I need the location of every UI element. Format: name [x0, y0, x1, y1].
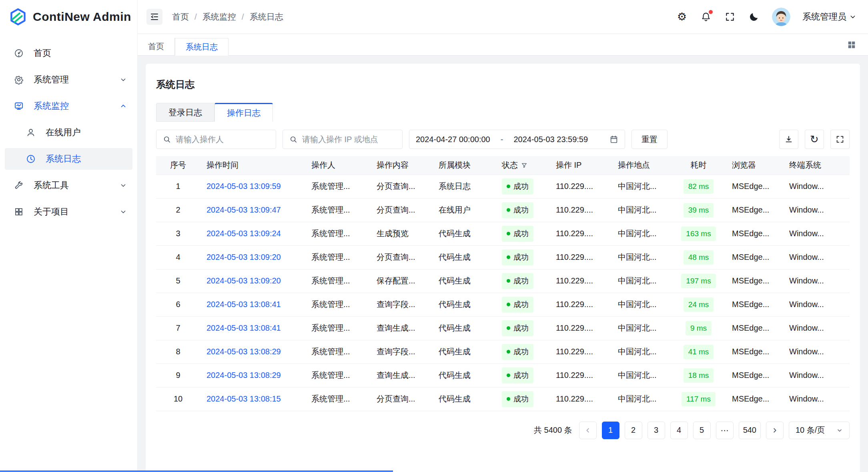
app-root: ContiNew Admin 首页 系统管理 [0, 0, 868, 472]
export-download-button[interactable] [779, 130, 798, 149]
tab-login-log[interactable]: 登录日志 [156, 103, 214, 122]
operator-search-input[interactable] [176, 135, 269, 144]
cell-index: 2 [156, 198, 200, 222]
sidebar-item-system-tools[interactable]: 系统工具 [5, 175, 132, 196]
reset-button[interactable]: 重置 [631, 130, 668, 149]
pagination-next-button[interactable] [766, 422, 784, 439]
log-detail-link[interactable]: 2024-05-03 13:08:41 [206, 323, 281, 332]
sidebar-menu: 首页 系统管理 [0, 34, 137, 223]
page-tab-system-log[interactable]: 系统日志 [175, 38, 229, 56]
tab-operation-log[interactable]: 操作日志 [214, 103, 273, 122]
status-badge: 成功 [502, 202, 533, 218]
app-title: ContiNew Admin [33, 10, 131, 24]
cell-operator: 系统管理... [305, 293, 370, 316]
cell-browser: MSEdge... [726, 387, 783, 411]
date-end-value[interactable]: 2024-05-03 23:59:59 [513, 135, 588, 144]
pagination-prev-button[interactable] [579, 422, 597, 439]
ip-search-input[interactable] [302, 135, 396, 144]
sidebar-item-label: 系统管理 [34, 74, 110, 86]
content-area: 系统日志 登录日志 操作日志 [138, 56, 868, 472]
pagination-page-2[interactable]: 2 [625, 422, 642, 439]
cell-content: 查询字段... [370, 293, 432, 316]
breadcrumb-home[interactable]: 首页 [172, 11, 189, 22]
log-detail-link[interactable]: 2024-05-03 13:08:29 [206, 371, 281, 380]
notification-bell-icon[interactable] [700, 11, 712, 23]
app-logo[interactable]: ContiNew Admin [0, 0, 137, 34]
date-start-value[interactable]: 2024-04-27 00:00:00 [416, 135, 490, 144]
status-badge: 成功 [502, 320, 533, 336]
page-size-select[interactable]: 10 条/页 [789, 422, 850, 439]
sidebar-collapse-button[interactable] [146, 9, 162, 25]
log-detail-link[interactable]: 2024-05-03 13:08:29 [206, 347, 281, 356]
breadcrumb-separator: / [194, 12, 197, 22]
chevron-down-icon [120, 182, 127, 189]
column-header-status: 状态 [495, 156, 549, 175]
table-body: 1 2024-05-03 13:09:59 系统管理... 分页查询... 系统… [156, 175, 850, 411]
breadcrumb-system-monitor[interactable]: 系统监控 [202, 11, 236, 22]
pagination-page-1[interactable]: 1 [602, 422, 619, 439]
table-row: 1 2024-05-03 13:09:59 系统管理... 分页查询... 系统… [156, 175, 850, 198]
duration-badge: 9 ms [686, 321, 712, 335]
horizontal-scrollbar-thumb[interactable] [0, 470, 393, 472]
pagination-page-5[interactable]: 5 [693, 422, 711, 439]
fullscreen-icon[interactable] [724, 11, 736, 23]
date-separator: - [501, 135, 503, 144]
user-icon [26, 127, 36, 138]
breadcrumb-system-log[interactable]: 系统日志 [250, 11, 283, 22]
cell-location: 中国河北... [611, 387, 672, 411]
duration-badge: 82 ms [684, 179, 714, 194]
cell-index: 7 [156, 316, 200, 340]
cell-os: Window... [783, 364, 850, 387]
page-tab-home[interactable]: 首页 [138, 38, 175, 55]
pagination-page-4[interactable]: 4 [670, 422, 688, 439]
table-fullscreen-button[interactable] [830, 130, 850, 149]
sidebar-item-home[interactable]: 首页 [5, 42, 132, 64]
cell-operator: 系统管理... [305, 364, 370, 387]
log-detail-link[interactable]: 2024-05-03 13:08:41 [206, 300, 281, 309]
filter-toolbar: 2024-04-27 00:00:00 - 2024-05-03 23:59:5… [156, 130, 850, 149]
log-detail-link[interactable]: 2024-05-03 13:09:47 [206, 205, 281, 214]
log-detail-link[interactable]: 2024-05-03 13:09:20 [206, 276, 281, 285]
sidebar-item-system-management[interactable]: 系统管理 [5, 69, 132, 90]
success-dot [507, 255, 510, 259]
ip-search-box [283, 130, 403, 149]
chevron-down-icon [850, 14, 856, 20]
log-detail-link[interactable]: 2024-05-03 13:09:24 [206, 229, 281, 238]
pagination-page-3[interactable]: 3 [647, 422, 665, 439]
cell-browser: MSEdge... [726, 269, 783, 293]
cell-location: 中国河北... [611, 245, 672, 269]
pagination-page-540[interactable]: 540 [739, 422, 761, 439]
user-menu[interactable]: 系统管理员 [802, 11, 856, 23]
cell-ip: 110.229.... [549, 293, 611, 316]
cell-browser: MSEdge... [726, 364, 783, 387]
sidebar-item-about-project[interactable]: 关于项目 [5, 201, 132, 223]
cell-module: 代码生成 [432, 245, 495, 269]
log-detail-link[interactable]: 2024-05-03 13:09:20 [206, 253, 281, 261]
refresh-button[interactable]: ↻ [805, 130, 824, 149]
date-range-picker[interactable]: 2024-04-27 00:00:00 - 2024-05-03 23:59:5… [409, 130, 625, 149]
status-badge: 成功 [502, 179, 533, 195]
log-detail-link[interactable]: 2024-05-03 13:08:15 [206, 394, 281, 403]
cell-module: 代码生成 [432, 222, 495, 245]
tab-actions-grid-icon[interactable] [845, 38, 858, 52]
cell-ip: 110.229.... [549, 269, 611, 293]
settings-gear-icon[interactable]: ⚙ [676, 11, 688, 23]
log-detail-link[interactable]: 2024-05-03 13:09:59 [206, 182, 281, 191]
success-dot [507, 232, 510, 235]
pagination-ellipsis[interactable]: ⋯ [716, 422, 734, 439]
status-filter-icon[interactable] [521, 162, 527, 169]
sidebar-item-system-monitor[interactable]: 系统监控 [5, 95, 132, 117]
cell-location: 中国河北... [611, 222, 672, 245]
system-log-card: 系统日志 登录日志 操作日志 [146, 64, 860, 472]
sidebar-item-system-log[interactable]: 系统日志 [5, 148, 132, 170]
dark-mode-moon-icon[interactable] [748, 11, 760, 23]
column-header-index: 序号 [156, 156, 200, 175]
refresh-icon: ↻ [810, 134, 819, 145]
main-area: 首页 / 系统监控 / 系统日志 ⚙ [138, 0, 868, 472]
table-row: 6 2024-05-03 13:08:41 系统管理... 查询字段... 代码… [156, 293, 850, 316]
log-type-tabs: 登录日志 操作日志 [156, 103, 850, 122]
avatar[interactable] [772, 8, 790, 26]
sidebar-item-online-users[interactable]: 在线用户 [5, 122, 132, 143]
calendar-icon [609, 135, 618, 144]
duration-badge: 197 ms [681, 274, 716, 288]
